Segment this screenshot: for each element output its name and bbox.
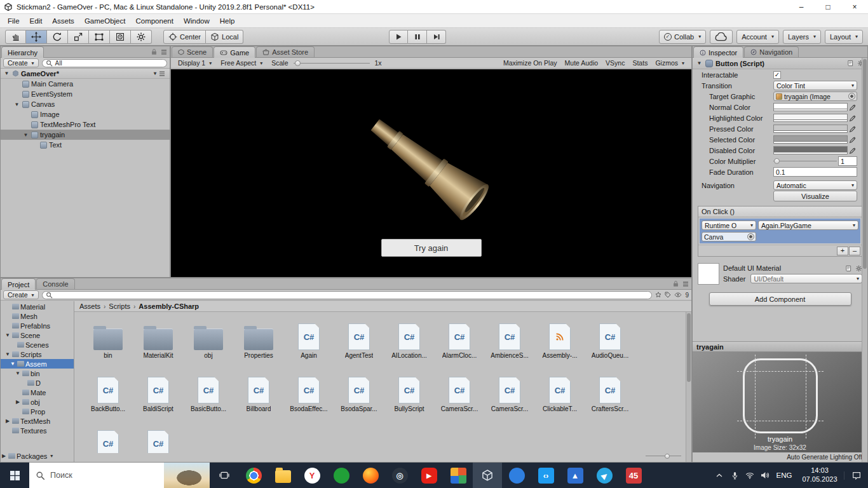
hierarchy-create-button[interactable]: Create▾ <box>3 58 39 67</box>
handle-local-button[interactable]: Local <box>206 30 243 44</box>
taskbar-clock[interactable]: 14:03 07.05.2023 <box>796 466 844 484</box>
taskbar-app-youtube[interactable]: ▶ <box>414 463 444 488</box>
asset-agenttest[interactable]: C#AgentTest <box>334 318 384 359</box>
selected-color-swatch[interactable] <box>773 135 848 144</box>
asset-cursorcont[interactable]: C#CursorCont... <box>133 425 183 453</box>
microphone-icon[interactable] <box>727 471 742 480</box>
taskbar-app-red-45-app[interactable]: 45 <box>619 463 648 488</box>
project-search-input[interactable] <box>42 291 653 299</box>
aspect-dropdown[interactable]: Free Aspect▾ <box>217 58 266 68</box>
vsync-button[interactable]: VSync <box>602 58 628 68</box>
asset-ambiences[interactable]: C#AmbienceS... <box>485 318 534 359</box>
display-dropdown[interactable]: Display 1▾ <box>174 58 215 68</box>
tab-asset-store[interactable]: Asset Store <box>256 46 315 57</box>
menu-assets[interactable]: Assets <box>47 14 79 27</box>
asset-clickablet[interactable]: C#ClickableT... <box>535 372 585 412</box>
eyedropper-icon[interactable] <box>849 147 857 154</box>
minimize-button[interactable]: – <box>788 0 815 14</box>
chevron-down-icon[interactable]: ▾ <box>50 453 53 459</box>
project-folder-prop[interactable]: Prop <box>1 407 74 416</box>
highlighted-color-swatch[interactable] <box>773 114 848 122</box>
taskbar-app-yandex-browser[interactable]: Y <box>297 463 327 488</box>
try-again-button[interactable]: Try again <box>381 239 482 257</box>
interactable-checkbox[interactable]: ✓ <box>773 71 781 79</box>
search-by-type-icon[interactable] <box>655 292 661 298</box>
tab-navigation[interactable]: Navigation <box>744 46 799 57</box>
layout-dropdown[interactable]: Layout▾ <box>825 30 863 44</box>
asset-backbutto[interactable]: C#BackButto... <box>83 372 133 412</box>
lock-icon[interactable] <box>673 280 679 287</box>
preview-header[interactable]: tryagain <box>693 341 867 352</box>
breadcrumb-assets[interactable]: Assets <box>79 302 100 310</box>
menu-file[interactable]: File <box>3 14 25 27</box>
visualize-button[interactable]: Visualize <box>773 191 857 201</box>
scale-slider[interactable] <box>294 59 370 67</box>
fade-duration-field[interactable]: 0.1 <box>773 167 857 177</box>
foldout-icon[interactable]: ▼ <box>4 351 11 357</box>
panel-menu-icon[interactable] <box>161 49 167 55</box>
project-folder-bin[interactable]: ▼bin <box>1 369 74 378</box>
transition-dropdown[interactable]: Color Tint▾ <box>773 81 857 90</box>
event-runtime-dropdown[interactable]: Runtime O▾ <box>702 220 756 230</box>
tab-scene[interactable]: Scene <box>172 46 213 57</box>
project-folder-packages[interactable]: ▶Packages▾ <box>1 451 74 461</box>
project-folder-scene[interactable]: ▼Scene <box>1 330 74 340</box>
add-component-button[interactable]: Add Component <box>709 292 851 306</box>
eyedropper-icon[interactable] <box>849 114 857 122</box>
menu-gameobject[interactable]: GameObject <box>79 14 131 27</box>
tab-inspector[interactable]: Inspector <box>693 46 743 58</box>
navigation-dropdown[interactable]: Automatic▾ <box>773 180 857 190</box>
event-function-dropdown[interactable]: Again.PlayGame▾ <box>758 220 858 230</box>
foldout-icon[interactable]: ▼ <box>15 370 21 376</box>
scene-header[interactable]: ▼ GameOver* ▾ <box>1 69 170 79</box>
taskbar-app-photo-mosaic-app[interactable] <box>444 463 473 488</box>
hierarchy-item-tryagain[interactable]: ▼tryagain <box>1 130 170 140</box>
close-button[interactable]: × <box>841 0 868 14</box>
rotate-tool[interactable] <box>47 30 68 44</box>
color-multiplier-slider[interactable] <box>773 157 837 165</box>
taskbar-app-file-explorer[interactable] <box>268 463 297 488</box>
color-multiplier-value[interactable]: 1 <box>838 156 857 166</box>
start-button[interactable] <box>0 463 29 488</box>
slider-thumb[interactable] <box>665 454 670 459</box>
task-view-button[interactable] <box>210 463 239 488</box>
hierarchy-item-text[interactable]: Text <box>1 140 170 150</box>
asset-ailocation[interactable]: C#AILocation... <box>384 318 434 359</box>
asset-basicbutto[interactable]: C#BasicButto... <box>184 372 233 412</box>
project-folder-textures[interactable]: Textures <box>1 426 74 435</box>
event-entry[interactable]: Runtime O▾ Again.PlayGame▾ Canva <box>700 219 860 243</box>
object-picker-icon[interactable] <box>848 93 855 100</box>
eyedropper-icon[interactable] <box>849 125 857 133</box>
hidden-icons-chevron[interactable] <box>712 471 727 480</box>
hidden-packages-icon[interactable] <box>674 292 682 297</box>
breadcrumb-scripts[interactable]: Scripts <box>109 302 130 310</box>
foldout-icon[interactable]: ▶ <box>1 453 7 459</box>
taskbar-search-input[interactable]: Поиск <box>29 463 210 488</box>
cloud-button[interactable] <box>710 30 733 44</box>
foldout-icon[interactable]: ▶ <box>4 418 11 424</box>
help-book-icon[interactable] <box>845 265 852 272</box>
hand-tool[interactable] <box>5 30 26 44</box>
tab-game[interactable]: Game <box>214 46 255 58</box>
breadcrumb-current[interactable]: Assembly-CSharp <box>139 302 199 310</box>
taskbar-app-unity-editor[interactable] <box>473 463 502 488</box>
maximize-button[interactable]: □ <box>815 0 841 14</box>
transform-tool[interactable] <box>110 30 131 44</box>
asset-camerascr[interactable]: C#CameraScr... <box>485 372 534 412</box>
foldout-icon[interactable]: ▼ <box>696 60 703 66</box>
foldout-icon[interactable]: ▼ <box>3 71 10 76</box>
taskbar-app-chrome[interactable] <box>239 463 268 488</box>
tab-console[interactable]: Console <box>36 278 74 289</box>
project-folder-scripts[interactable]: ▼Scripts <box>1 349 74 359</box>
foldout-icon[interactable]: ▼ <box>4 332 11 338</box>
custom-tool[interactable] <box>131 30 152 44</box>
taskbar-app-blue-app[interactable] <box>502 463 531 488</box>
panel-menu-icon[interactable] <box>682 281 689 287</box>
disabled-color-swatch[interactable] <box>773 146 848 154</box>
inspector-scrollbar[interactable] <box>862 58 867 462</box>
eyedropper-icon[interactable] <box>849 104 857 111</box>
project-folder-mate[interactable]: Mate <box>1 388 74 397</box>
mute-audio-button[interactable]: Mute Audio <box>561 58 602 68</box>
project-folder-obj[interactable]: ▶obj <box>1 397 74 407</box>
hierarchy-item-main-camera[interactable]: Main Camera <box>1 79 170 89</box>
